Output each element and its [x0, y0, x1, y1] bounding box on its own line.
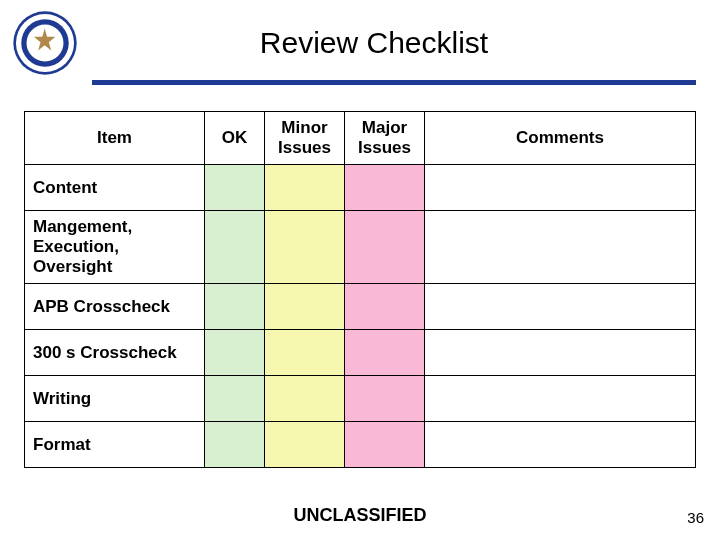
cell-minor — [265, 284, 345, 330]
table-header-row: Item OK Minor Issues Major Issues Commen… — [25, 112, 696, 165]
cell-minor — [265, 165, 345, 211]
checklist-table: Item OK Minor Issues Major Issues Commen… — [24, 111, 696, 468]
table-body: Content Mangement, Execution, Oversight … — [25, 165, 696, 468]
row-label: Writing — [25, 376, 205, 422]
cell-ok — [205, 330, 265, 376]
row-label: Format — [25, 422, 205, 468]
cell-comments — [425, 330, 696, 376]
col-major: Major Issues — [345, 112, 425, 165]
cell-ok — [205, 165, 265, 211]
cell-ok — [205, 376, 265, 422]
checklist-table-wrap: Item OK Minor Issues Major Issues Commen… — [0, 93, 720, 468]
row-label: Mangement, Execution, Oversight — [25, 211, 205, 284]
table-row: Writing — [25, 376, 696, 422]
col-ok: OK — [205, 112, 265, 165]
cell-major — [345, 284, 425, 330]
row-label: 300 s Crosscheck — [25, 330, 205, 376]
cell-major — [345, 165, 425, 211]
page-title: Review Checklist — [48, 26, 700, 60]
cell-ok — [205, 284, 265, 330]
cell-comments — [425, 376, 696, 422]
table-row: APB Crosscheck — [25, 284, 696, 330]
cell-minor — [265, 422, 345, 468]
slide-header: Review Checklist — [0, 0, 720, 80]
cell-comments — [425, 422, 696, 468]
table-row: Format — [25, 422, 696, 468]
cell-minor — [265, 330, 345, 376]
col-minor: Minor Issues — [265, 112, 345, 165]
cell-major — [345, 422, 425, 468]
row-label: APB Crosscheck — [25, 284, 205, 330]
cell-major — [345, 376, 425, 422]
table-row: Mangement, Execution, Oversight — [25, 211, 696, 284]
col-comments: Comments — [425, 112, 696, 165]
cell-major — [345, 211, 425, 284]
cell-ok — [205, 422, 265, 468]
cell-comments — [425, 165, 696, 211]
page-number: 36 — [687, 509, 704, 526]
col-item: Item — [25, 112, 205, 165]
cell-major — [345, 330, 425, 376]
cell-minor — [265, 376, 345, 422]
cell-comments — [425, 211, 696, 284]
table-row: Content — [25, 165, 696, 211]
cell-comments — [425, 284, 696, 330]
header-rule — [92, 80, 696, 85]
table-row: 300 s Crosscheck — [25, 330, 696, 376]
cell-ok — [205, 211, 265, 284]
row-label: Content — [25, 165, 205, 211]
cell-minor — [265, 211, 345, 284]
classification-footer: UNCLASSIFIED — [0, 505, 720, 526]
